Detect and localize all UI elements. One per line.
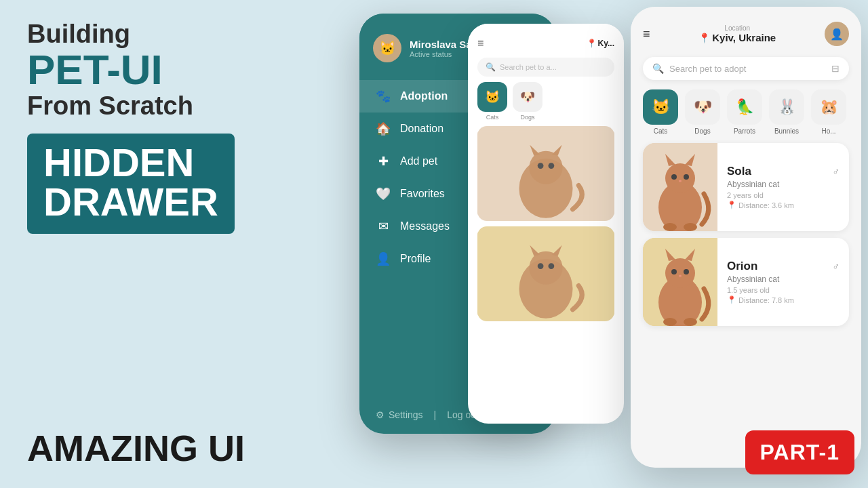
svg-point-19 xyxy=(671,174,677,180)
adoption-icon: 🐾 xyxy=(376,89,391,104)
mid-pet-cards xyxy=(468,126,624,321)
settings-item[interactable]: ⚙ Settings xyxy=(376,409,423,420)
svg-point-29 xyxy=(671,269,677,274)
hidden-label: HIDDEN xyxy=(43,143,218,182)
svg-point-2 xyxy=(529,151,562,184)
sola-age: 2 years old xyxy=(727,191,840,199)
pet-cards-area: Sola ♂ Abyssinian cat 2 years old 📍 Dist… xyxy=(631,140,861,329)
svg-point-6 xyxy=(549,163,555,169)
pet-card-orion[interactable]: Orion ♂ Abyssinian cat 1.5 years old 📍 D… xyxy=(643,238,849,326)
mid-dogs-icon: 🐶 xyxy=(513,82,542,112)
svg-point-23 xyxy=(684,223,697,231)
sola-gender-icon: ♂ xyxy=(833,166,840,177)
cats-icon: 🐱 xyxy=(652,98,670,116)
mid-pet-card-2 xyxy=(477,226,614,321)
svg-point-9 xyxy=(529,251,562,285)
category-bunnies[interactable]: 🐰 Bunnies xyxy=(769,89,804,135)
mid-search-icon: 🔍 xyxy=(486,62,496,72)
orion-distance: 📍 Distance: 7.8 km xyxy=(727,296,840,304)
orion-age: 1.5 years old xyxy=(727,286,840,294)
favorites-label: Favorites xyxy=(400,188,445,200)
favorites-icon: 🤍 xyxy=(376,186,391,201)
hidden-drawer-box: HIDDEN DRAWER xyxy=(27,134,235,234)
more-label: Ho... xyxy=(821,127,835,135)
svg-point-21 xyxy=(679,180,682,182)
more-icon-box: 🐹 xyxy=(811,89,846,125)
building-label: Building xyxy=(27,20,353,49)
location-block: Location 📍 Kyiv, Ukraine xyxy=(698,24,776,43)
dogs-icon-box: 🐶 xyxy=(685,89,720,125)
svg-point-33 xyxy=(684,318,697,326)
city-text: Kyiv, Ukraine xyxy=(712,32,776,43)
search-magnify-icon: 🔍 xyxy=(652,63,664,74)
orion-gender-icon: ♂ xyxy=(833,261,840,272)
parrots-icon: 🦜 xyxy=(736,98,754,116)
dogs-icon: 🐶 xyxy=(694,98,712,116)
orion-info: Orion ♂ Abyssinian cat 1.5 years old 📍 D… xyxy=(717,238,849,326)
pet-card-sola[interactable]: Sola ♂ Abyssinian cat 2 years old 📍 Dist… xyxy=(643,143,849,231)
sola-name: Sola xyxy=(727,165,751,178)
bunnies-label: Bunnies xyxy=(774,127,799,135)
mid-cat-cats[interactable]: 🐱 Cats xyxy=(477,82,507,121)
adoption-label: Adoption xyxy=(400,90,448,102)
main-header: ≡ Location 📍 Kyiv, Ukraine 👤 xyxy=(631,7,861,53)
profile-label: Profile xyxy=(400,253,431,265)
svg-point-26 xyxy=(665,258,695,288)
bunnies-icon: 🐰 xyxy=(778,98,796,116)
mid-hamburger-icon[interactable]: ≡ xyxy=(477,37,484,49)
profile-icon: 👤 xyxy=(376,251,391,266)
phones-area: 🐱 Miroslava Savitskaya Active status 🐾 A… xyxy=(346,0,861,488)
middle-phone: ≡ 📍 Ky... 🔍 Search pet to a... 🐱 Cats 🐶 … xyxy=(468,24,624,424)
cats-label: Cats xyxy=(654,127,668,135)
part-badge: PART-1 xyxy=(745,430,854,474)
category-cats[interactable]: 🐱 Cats xyxy=(643,89,678,135)
orion-dist-pin-icon: 📍 xyxy=(727,296,736,304)
addpet-icon: ✚ xyxy=(376,154,391,169)
svg-point-22 xyxy=(663,223,677,231)
main-search-bar[interactable]: 🔍 Search pet to adopt ⊟ xyxy=(643,57,849,80)
sola-image xyxy=(643,143,717,231)
svg-point-12 xyxy=(538,263,544,269)
dogs-label: Dogs xyxy=(694,127,710,135)
sola-dist-pin-icon: 📍 xyxy=(727,201,736,209)
more-icon: 🐹 xyxy=(820,98,838,116)
mid-search-bar[interactable]: 🔍 Search pet to a... xyxy=(477,58,614,77)
mid-cats-label: Cats xyxy=(486,114,499,121)
messages-label: Messages xyxy=(400,220,450,232)
addpet-label: Add pet xyxy=(400,155,437,167)
mid-categories: 🐱 Cats 🐶 Dogs xyxy=(468,82,624,126)
category-parrots[interactable]: 🦜 Parrots xyxy=(727,89,762,135)
pet-ui-label: PET-UI xyxy=(27,49,353,91)
categories-row: 🐱 Cats 🐶 Dogs 🦜 Parrots 🐰 Bun xyxy=(631,87,861,140)
footer-divider: | xyxy=(434,409,437,420)
mid-location: 📍 Ky... xyxy=(587,39,614,48)
sola-breed: Abyssinian cat xyxy=(727,180,840,189)
search-placeholder: Search pet to adopt xyxy=(669,64,826,74)
drawer-avatar: 🐱 xyxy=(373,34,401,62)
parrots-icon-box: 🦜 xyxy=(727,89,762,125)
mid-cat-dogs[interactable]: 🐶 Dogs xyxy=(513,82,542,121)
main-avatar: 👤 xyxy=(825,22,849,46)
settings-label: Settings xyxy=(389,409,423,420)
donation-label: Donation xyxy=(400,123,443,135)
orion-breed: Abyssinian cat xyxy=(727,274,840,284)
hamburger-icon[interactable]: ≡ xyxy=(643,27,650,41)
svg-point-13 xyxy=(549,263,555,269)
messages-icon: ✉ xyxy=(376,219,391,234)
drawer-label: DRAWER xyxy=(43,182,218,222)
svg-point-16 xyxy=(665,163,695,193)
main-phone: ≡ Location 📍 Kyiv, Ukraine 👤 🔍 Search pe… xyxy=(631,7,861,468)
orion-image xyxy=(643,238,717,326)
sola-info: Sola ♂ Abyssinian cat 2 years old 📍 Dist… xyxy=(717,143,849,231)
filter-icon[interactable]: ⊟ xyxy=(831,63,840,74)
category-more[interactable]: 🐹 Ho... xyxy=(811,89,846,135)
category-dogs[interactable]: 🐶 Dogs xyxy=(685,89,720,135)
parrots-label: Parrots xyxy=(734,127,755,135)
amazing-ui-label: AMAZING UI xyxy=(27,427,245,469)
svg-point-20 xyxy=(684,174,689,180)
mid-dogs-label: Dogs xyxy=(520,114,534,121)
settings-gear-icon: ⚙ xyxy=(376,409,384,420)
orion-name: Orion xyxy=(727,260,757,273)
mid-cats-icon: 🐱 xyxy=(477,82,507,112)
sola-distance: 📍 Distance: 3.6 km xyxy=(727,201,840,209)
